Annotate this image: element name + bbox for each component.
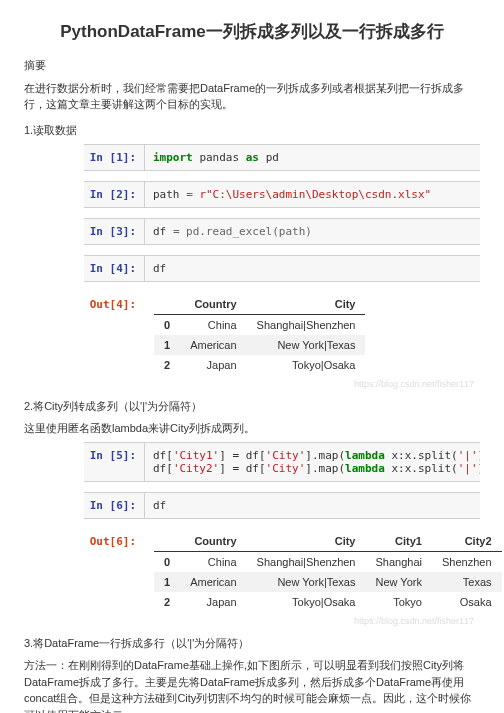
page-title: PythonDataFrame一列拆成多列以及一行拆成多行 bbox=[24, 20, 480, 43]
code-in-4: df bbox=[144, 256, 480, 281]
prompt-in-5: In [5]: bbox=[84, 443, 144, 481]
table-row: 0ChinaShanghai|ShenzhenShanghaiShenzhen bbox=[154, 552, 502, 573]
section-2-sub: 这里使用匿名函数lambda来讲City列拆成两列。 bbox=[24, 420, 480, 437]
t2-h-city: City bbox=[247, 531, 366, 552]
prompt-in-6: In [6]: bbox=[84, 493, 144, 518]
watermark-2: https://blog.csdn.net/fisher117 bbox=[24, 616, 480, 626]
code-3a: df bbox=[153, 225, 173, 238]
cell-in-4: In [4]: df bbox=[84, 255, 480, 282]
prompt-in-2: In [2]: bbox=[84, 182, 144, 207]
table-row: 0ChinaShanghai|Shenzhen bbox=[154, 314, 365, 335]
mod-pandas: pandas bbox=[199, 151, 239, 164]
table-row: 2JapanTokyo|OsakaTokyoOsaka bbox=[154, 592, 502, 612]
str-path: r"C:\Users\admin\Desktop\csdn.xlsx" bbox=[199, 188, 431, 201]
var-path: path bbox=[153, 188, 186, 201]
section-3-head: 3.将DataFrame一行拆成多行（以'|'为分隔符） bbox=[24, 636, 480, 651]
cell-in-5: In [5]: df['City1'] = df['City'].map(lam… bbox=[84, 442, 480, 482]
t2-h-city2: City2 bbox=[432, 531, 502, 552]
abstract-text: 在进行数据分析时，我们经常需要把DataFrame的一列拆成多列或者根据某列把一… bbox=[24, 80, 480, 113]
code-in-6: df bbox=[144, 493, 480, 518]
op-eq: = bbox=[186, 188, 199, 201]
alias-pd: pd bbox=[266, 151, 279, 164]
watermark-1: https://blog.csdn.net/fisher117 bbox=[24, 379, 480, 389]
code-in-5: df['City1'] = df['City'].map(lambda x:x.… bbox=[144, 443, 480, 481]
table-row: 1AmericanNew York|TexasNew YorkTexas bbox=[154, 572, 502, 592]
section-1-head: 1.读取数据 bbox=[24, 123, 480, 138]
cell-in-2: In [2]: path = r"C:\Users\admin\Desktop\… bbox=[84, 181, 480, 208]
cell-in-3: In [3]: df = pd.read_excel(path) bbox=[84, 218, 480, 245]
cell-in-6: In [6]: df bbox=[84, 492, 480, 519]
prompt-in-4: In [4]: bbox=[84, 256, 144, 281]
kw-as: as bbox=[246, 151, 259, 164]
prompt-out-6: Out[6]: bbox=[84, 529, 144, 616]
code-3b: = pd.read_excel(path) bbox=[173, 225, 312, 238]
t1-h-city: City bbox=[247, 294, 366, 315]
prompt-in-1: In [1]: bbox=[84, 145, 144, 170]
t2-h-city1: City1 bbox=[365, 531, 432, 552]
t2-h-country: Country bbox=[180, 531, 246, 552]
section-3-text: 方法一：在刚刚得到的DataFrame基础上操作,如下图所示，可以明显看到我们按… bbox=[24, 657, 480, 713]
code-in-1: import pandas as pd bbox=[144, 145, 480, 170]
abstract-label: 摘要 bbox=[24, 57, 480, 74]
cell-in-1: In [1]: import pandas as pd bbox=[84, 144, 480, 171]
prompt-in-3: In [3]: bbox=[84, 219, 144, 244]
table-row: 1AmericanNew York|Texas bbox=[154, 335, 365, 355]
table-out-6: CountryCityCity1City2 0ChinaShanghai|She… bbox=[154, 531, 502, 612]
table-out-4: CountryCity 0ChinaShanghai|Shenzhen1Amer… bbox=[154, 294, 365, 375]
table-row: 2JapanTokyo|Osaka bbox=[154, 355, 365, 375]
section-2-head: 2.将City列转成多列（以'|'为分隔符） bbox=[24, 399, 480, 414]
prompt-out-4: Out[4]: bbox=[84, 292, 144, 379]
kw-import: import bbox=[153, 151, 193, 164]
code-in-3: df = pd.read_excel(path) bbox=[144, 219, 480, 244]
cell-out-4: Out[4]: CountryCity 0ChinaShanghai|Shenz… bbox=[84, 292, 480, 379]
cell-out-6: Out[6]: CountryCityCity1City2 0ChinaShan… bbox=[84, 529, 480, 616]
code-in-2: path = r"C:\Users\admin\Desktop\csdn.xls… bbox=[144, 182, 480, 207]
t1-h-country: Country bbox=[180, 294, 246, 315]
